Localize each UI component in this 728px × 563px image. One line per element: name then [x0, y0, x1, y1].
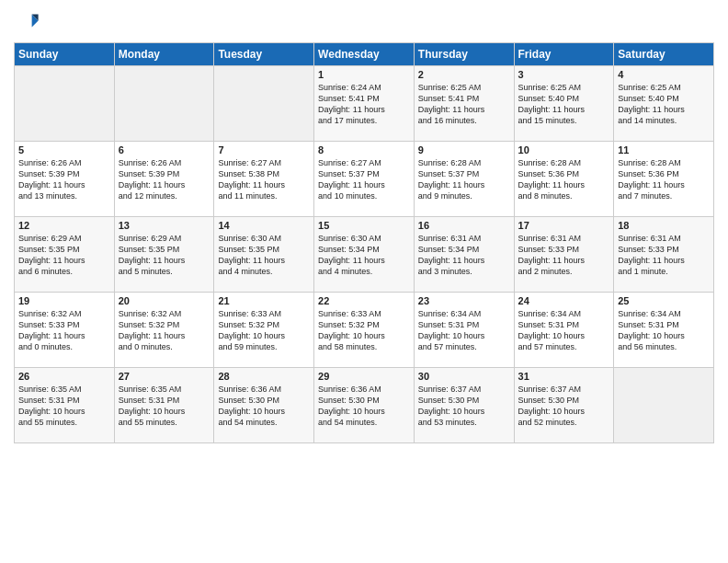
table-row: 30Sunrise: 6:37 AM Sunset: 5:30 PM Dayli…	[414, 368, 514, 443]
table-row: 15Sunrise: 6:30 AM Sunset: 5:34 PM Dayli…	[314, 217, 415, 293]
page-container: Sunday Monday Tuesday Wednesday Thursday…	[0, 0, 728, 453]
table-row: 22Sunrise: 6:33 AM Sunset: 5:32 PM Dayli…	[314, 293, 415, 368]
calendar-week-row: 26Sunrise: 6:35 AM Sunset: 5:31 PM Dayli…	[15, 368, 714, 443]
day-number: 18	[618, 220, 710, 231]
day-info: Sunrise: 6:34 AM Sunset: 5:31 PM Dayligh…	[618, 308, 710, 353]
day-info: Sunrise: 6:29 AM Sunset: 5:35 PM Dayligh…	[119, 233, 210, 278]
table-row: 2Sunrise: 6:25 AM Sunset: 5:41 PM Daylig…	[414, 66, 514, 142]
table-row: 18Sunrise: 6:31 AM Sunset: 5:33 PM Dayli…	[614, 217, 714, 293]
header-sunday: Sunday	[15, 43, 115, 66]
day-number: 14	[218, 220, 310, 231]
day-number: 27	[119, 371, 210, 382]
day-number: 8	[318, 144, 410, 155]
day-info: Sunrise: 6:32 AM Sunset: 5:33 PM Dayligh…	[18, 308, 110, 353]
day-number: 6	[119, 144, 210, 155]
table-row: 16Sunrise: 6:31 AM Sunset: 5:34 PM Dayli…	[414, 217, 514, 293]
day-info: Sunrise: 6:30 AM Sunset: 5:35 PM Dayligh…	[218, 233, 310, 278]
day-number: 25	[618, 295, 710, 306]
day-info: Sunrise: 6:25 AM Sunset: 5:41 PM Dayligh…	[418, 82, 510, 127]
table-row: 8Sunrise: 6:27 AM Sunset: 5:37 PM Daylig…	[314, 142, 415, 217]
day-info: Sunrise: 6:31 AM Sunset: 5:34 PM Dayligh…	[418, 233, 510, 278]
calendar-week-row: 5Sunrise: 6:26 AM Sunset: 5:39 PM Daylig…	[15, 142, 714, 217]
day-info: Sunrise: 6:31 AM Sunset: 5:33 PM Dayligh…	[518, 233, 610, 278]
day-number: 31	[518, 371, 610, 382]
logo-icon	[14, 9, 40, 35]
table-row	[114, 66, 214, 142]
table-row: 17Sunrise: 6:31 AM Sunset: 5:33 PM Dayli…	[514, 217, 614, 293]
day-number: 9	[418, 144, 510, 155]
table-row: 27Sunrise: 6:35 AM Sunset: 5:31 PM Dayli…	[114, 368, 214, 443]
day-info: Sunrise: 6:36 AM Sunset: 5:30 PM Dayligh…	[218, 384, 310, 429]
table-row	[15, 66, 115, 142]
header-wednesday: Wednesday	[314, 43, 415, 66]
day-number: 19	[18, 295, 110, 306]
day-number: 12	[18, 220, 110, 231]
day-info: Sunrise: 6:26 AM Sunset: 5:39 PM Dayligh…	[119, 157, 210, 202]
day-info: Sunrise: 6:24 AM Sunset: 5:41 PM Dayligh…	[318, 82, 410, 127]
calendar-week-row: 1Sunrise: 6:24 AM Sunset: 5:41 PM Daylig…	[15, 66, 714, 142]
table-row	[614, 368, 714, 443]
header-friday: Friday	[514, 43, 614, 66]
day-info: Sunrise: 6:33 AM Sunset: 5:32 PM Dayligh…	[318, 308, 410, 353]
day-info: Sunrise: 6:25 AM Sunset: 5:40 PM Dayligh…	[618, 82, 710, 127]
header-monday: Monday	[114, 43, 214, 66]
day-number: 13	[119, 220, 210, 231]
table-row: 9Sunrise: 6:28 AM Sunset: 5:37 PM Daylig…	[414, 142, 514, 217]
calendar-week-row: 12Sunrise: 6:29 AM Sunset: 5:35 PM Dayli…	[15, 217, 714, 293]
table-row: 5Sunrise: 6:26 AM Sunset: 5:39 PM Daylig…	[15, 142, 115, 217]
day-info: Sunrise: 6:25 AM Sunset: 5:40 PM Dayligh…	[518, 82, 610, 127]
table-row: 14Sunrise: 6:30 AM Sunset: 5:35 PM Dayli…	[214, 217, 314, 293]
day-info: Sunrise: 6:28 AM Sunset: 5:36 PM Dayligh…	[518, 157, 610, 202]
day-info: Sunrise: 6:33 AM Sunset: 5:32 PM Dayligh…	[218, 308, 310, 353]
day-number: 5	[18, 144, 110, 155]
day-info: Sunrise: 6:27 AM Sunset: 5:38 PM Dayligh…	[218, 157, 310, 202]
day-info: Sunrise: 6:35 AM Sunset: 5:31 PM Dayligh…	[18, 384, 110, 429]
table-row: 23Sunrise: 6:34 AM Sunset: 5:31 PM Dayli…	[414, 293, 514, 368]
day-info: Sunrise: 6:37 AM Sunset: 5:30 PM Dayligh…	[418, 384, 510, 429]
table-row: 26Sunrise: 6:35 AM Sunset: 5:31 PM Dayli…	[15, 368, 115, 443]
day-info: Sunrise: 6:31 AM Sunset: 5:33 PM Dayligh…	[618, 233, 710, 278]
day-number: 4	[618, 69, 710, 80]
table-row: 24Sunrise: 6:34 AM Sunset: 5:31 PM Dayli…	[514, 293, 614, 368]
table-row: 31Sunrise: 6:37 AM Sunset: 5:30 PM Dayli…	[514, 368, 614, 443]
day-info: Sunrise: 6:26 AM Sunset: 5:39 PM Dayligh…	[18, 157, 110, 202]
table-row: 25Sunrise: 6:34 AM Sunset: 5:31 PM Dayli…	[614, 293, 714, 368]
day-number: 15	[318, 220, 410, 231]
day-number: 7	[218, 144, 310, 155]
day-number: 17	[518, 220, 610, 231]
day-info: Sunrise: 6:28 AM Sunset: 5:36 PM Dayligh…	[618, 157, 710, 202]
day-info: Sunrise: 6:30 AM Sunset: 5:34 PM Dayligh…	[318, 233, 410, 278]
calendar-table: Sunday Monday Tuesday Wednesday Thursday…	[14, 42, 714, 443]
calendar-header-row: Sunday Monday Tuesday Wednesday Thursday…	[15, 43, 714, 66]
day-number: 23	[418, 295, 510, 306]
table-row: 4Sunrise: 6:25 AM Sunset: 5:40 PM Daylig…	[614, 66, 714, 142]
day-info: Sunrise: 6:29 AM Sunset: 5:35 PM Dayligh…	[18, 233, 110, 278]
table-row: 1Sunrise: 6:24 AM Sunset: 5:41 PM Daylig…	[314, 66, 415, 142]
day-number: 11	[618, 144, 710, 155]
day-number: 28	[218, 371, 310, 382]
day-number: 10	[518, 144, 610, 155]
calendar-week-row: 19Sunrise: 6:32 AM Sunset: 5:33 PM Dayli…	[15, 293, 714, 368]
table-row: 6Sunrise: 6:26 AM Sunset: 5:39 PM Daylig…	[114, 142, 214, 217]
day-number: 21	[218, 295, 310, 306]
day-info: Sunrise: 6:37 AM Sunset: 5:30 PM Dayligh…	[518, 384, 610, 429]
header-saturday: Saturday	[614, 43, 714, 66]
table-row: 12Sunrise: 6:29 AM Sunset: 5:35 PM Dayli…	[15, 217, 115, 293]
table-row: 21Sunrise: 6:33 AM Sunset: 5:32 PM Dayli…	[214, 293, 314, 368]
day-number: 29	[318, 371, 410, 382]
day-info: Sunrise: 6:36 AM Sunset: 5:30 PM Dayligh…	[318, 384, 410, 429]
table-row: 13Sunrise: 6:29 AM Sunset: 5:35 PM Dayli…	[114, 217, 214, 293]
day-info: Sunrise: 6:27 AM Sunset: 5:37 PM Dayligh…	[318, 157, 410, 202]
table-row: 29Sunrise: 6:36 AM Sunset: 5:30 PM Dayli…	[314, 368, 415, 443]
day-info: Sunrise: 6:34 AM Sunset: 5:31 PM Dayligh…	[518, 308, 610, 353]
table-row: 3Sunrise: 6:25 AM Sunset: 5:40 PM Daylig…	[514, 66, 614, 142]
table-row: 28Sunrise: 6:36 AM Sunset: 5:30 PM Dayli…	[214, 368, 314, 443]
day-number: 3	[518, 69, 610, 80]
header-thursday: Thursday	[414, 43, 514, 66]
table-row	[214, 66, 314, 142]
table-row: 7Sunrise: 6:27 AM Sunset: 5:38 PM Daylig…	[214, 142, 314, 217]
table-row: 10Sunrise: 6:28 AM Sunset: 5:36 PM Dayli…	[514, 142, 614, 217]
logo	[14, 9, 41, 35]
day-info: Sunrise: 6:34 AM Sunset: 5:31 PM Dayligh…	[418, 308, 510, 353]
day-number: 16	[418, 220, 510, 231]
